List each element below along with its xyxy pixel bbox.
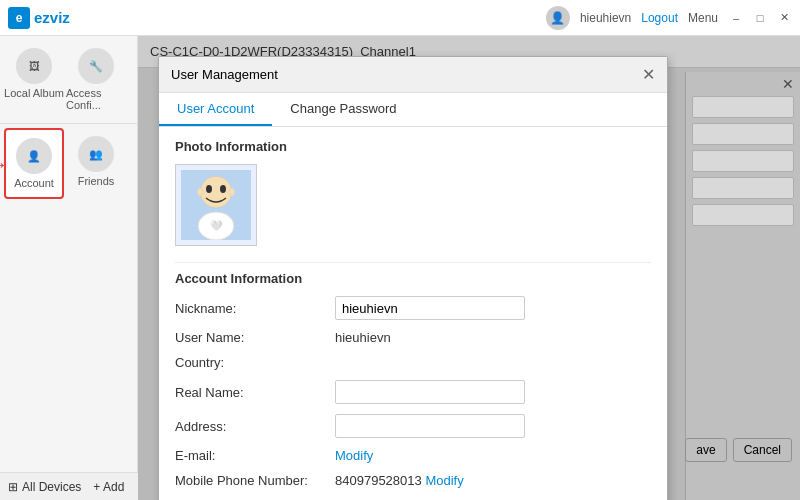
svg-point-1	[200, 176, 232, 208]
all-devices-item[interactable]: ⊞ All Devices	[8, 480, 81, 494]
modal-body: Photo Information	[159, 127, 667, 500]
add-label: + Add	[93, 480, 124, 494]
username-row: User Name: hieuhievn	[175, 330, 651, 345]
username-value: hieuhievn	[335, 330, 391, 345]
sidebar-item-account[interactable]: 👤 Account →	[4, 128, 64, 199]
photo-section-title: Photo Information	[175, 139, 651, 154]
bottom-bar: ⊞ All Devices + Add	[0, 472, 138, 500]
sidebar: 🖼 Local Album 🔧 Access Confi... 👤 Accoun…	[0, 36, 138, 500]
svg-point-5	[229, 188, 235, 196]
friends-icon: 👥	[78, 136, 114, 172]
account-section-title: Account Information	[175, 271, 651, 286]
email-modify-link[interactable]: Modify	[335, 448, 373, 463]
real-name-label: Real Name:	[175, 385, 335, 400]
all-devices-icon: ⊞	[8, 480, 18, 494]
restore-button[interactable]: □	[752, 10, 768, 26]
sidebar-item-friends[interactable]: 👥 Friends	[66, 128, 126, 199]
svg-point-3	[220, 185, 226, 193]
window-controls: – □ ✕	[728, 10, 792, 26]
modal-title: User Management	[171, 67, 278, 82]
mobile-label: Mobile Phone Number:	[175, 473, 335, 488]
minimize-button[interactable]: –	[728, 10, 744, 26]
content-area: CS-C1C-D0-1D2WFR(D23334315)_Channel1 ✕ a…	[138, 36, 800, 500]
logo-text: ezviz	[34, 9, 70, 26]
tab-change-password[interactable]: Change Password	[272, 93, 414, 126]
sidebar-top-label-1: Access Confi...	[66, 87, 126, 111]
country-label: Country:	[175, 355, 335, 370]
logo: e ezviz	[8, 7, 70, 29]
top-bar-right: 👤 hieuhievn Logout Menu – □ ✕	[546, 6, 792, 30]
user-management-modal: User Management ✕ User Account Change Pa…	[158, 56, 668, 500]
arrow-indicator: →	[0, 152, 8, 175]
add-device-item[interactable]: + Add	[93, 480, 124, 494]
email-row: E-mail: Modify	[175, 448, 651, 463]
nickname-input[interactable]	[335, 296, 525, 320]
divider	[175, 262, 651, 263]
sidebar-item-access-config[interactable]: 🔧 Access Confi...	[66, 40, 126, 119]
sidebar-item-local-album[interactable]: 🖼 Local Album	[4, 40, 64, 119]
avatar: 👤	[546, 6, 570, 30]
svg-point-4	[197, 188, 203, 196]
email-label: E-mail:	[175, 448, 335, 463]
sidebar-main-label-1: Friends	[78, 175, 115, 187]
mobile-value: 840979528013	[335, 473, 425, 488]
top-bar: e ezviz 👤 hieuhievn Logout Menu – □ ✕	[0, 0, 800, 36]
logout-button[interactable]: Logout	[641, 11, 678, 25]
modal-overlay: User Management ✕ User Account Change Pa…	[138, 36, 800, 500]
photo-box: 🤍	[175, 164, 257, 246]
sidebar-main-section: 👤 Account → 👥 Friends	[0, 124, 137, 203]
address-label: Address:	[175, 419, 335, 434]
sidebar-top-label-0: Local Album	[4, 87, 64, 99]
modal-close-button[interactable]: ✕	[642, 65, 655, 84]
local-album-icon: 🖼	[16, 48, 52, 84]
logo-icon: e	[8, 7, 30, 29]
modal-header: User Management ✕	[159, 57, 667, 93]
main-layout: 🖼 Local Album 🔧 Access Confi... 👤 Accoun…	[0, 36, 800, 500]
all-devices-label: All Devices	[22, 480, 81, 494]
mobile-modify-link[interactable]: Modify	[425, 473, 463, 488]
sidebar-top-section: 🖼 Local Album 🔧 Access Confi...	[0, 36, 137, 124]
address-input[interactable]	[335, 414, 525, 438]
country-row: Country:	[175, 355, 651, 370]
real-name-input[interactable]	[335, 380, 525, 404]
username-field-label: User Name:	[175, 330, 335, 345]
access-config-icon: 🔧	[78, 48, 114, 84]
real-name-row: Real Name:	[175, 380, 651, 404]
avatar-image: 🤍	[181, 170, 251, 240]
tab-user-account[interactable]: User Account	[159, 93, 272, 126]
address-row: Address:	[175, 414, 651, 438]
account-icon: 👤	[16, 138, 52, 174]
nickname-label: Nickname:	[175, 301, 335, 316]
close-button[interactable]: ✕	[776, 10, 792, 26]
mobile-row: Mobile Phone Number: 840979528013 Modify	[175, 473, 651, 488]
menu-button[interactable]: Menu	[688, 11, 718, 25]
modal-tabs: User Account Change Password	[159, 93, 667, 127]
svg-text:🤍: 🤍	[210, 219, 223, 232]
username-label: hieuhievn	[580, 11, 631, 25]
nickname-row: Nickname:	[175, 296, 651, 320]
svg-point-2	[206, 185, 212, 193]
sidebar-main-label-0: Account	[14, 177, 54, 189]
